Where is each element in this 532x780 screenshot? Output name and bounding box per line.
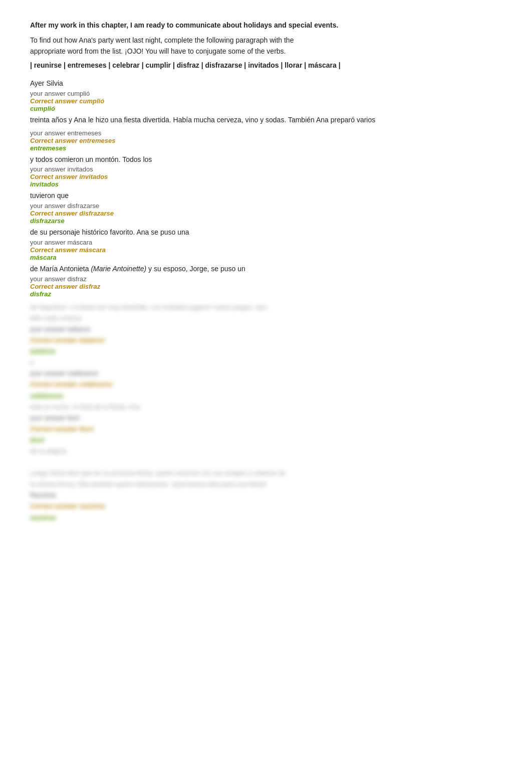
- correct-answer-2: Correct answer entremeses: [30, 137, 502, 144]
- blurred-correct-4: Correct answer lloró: [30, 424, 502, 435]
- answer-word-2: entremeses: [30, 144, 502, 152]
- blurred-your-answer-3: your answer celebraron: [30, 368, 502, 379]
- answer-block-2: your answer entremeses Correct answer en…: [30, 129, 502, 152]
- answer-word-3: invitados: [30, 180, 502, 188]
- correct-answer-6: Correct answer disfraz: [30, 283, 502, 290]
- blurred-word-5: reunirse: [30, 512, 502, 523]
- content-block: Ayer Silvia your answer cumplió Correct …: [30, 78, 502, 298]
- blurred-content: de Napoleón. La fiesta fue muy divertida…: [30, 302, 502, 523]
- correct-answer-5: Correct answer máscara: [30, 246, 502, 254]
- follow-text-1: treinta años y Ana le hizo una fiesta di…: [30, 114, 502, 126]
- answer-word-4: disfrazarse: [30, 217, 502, 225]
- blurred-correct-3: Correct answer celebraron: [30, 379, 502, 390]
- blurred-your-answer-4: your answer lloró: [30, 413, 502, 424]
- blurred-correct-5: Correct answer reunirse: [30, 501, 502, 512]
- intro-line1: To find out how Ana's party went last ni…: [30, 35, 502, 57]
- follow-text-2: y todos comieron un montón. Todos los: [30, 154, 502, 166]
- blurred-your-answer-2: your answer bailaron: [30, 324, 502, 335]
- blurred-word-3: celebraron: [30, 391, 502, 402]
- blurred-your-answer-5: Reunirse: [30, 490, 502, 501]
- page-title: After my work in this chapter, I am read…: [30, 20, 502, 31]
- answer-word-5: máscara: [30, 254, 502, 261]
- follow-text-3: tuvieron que: [30, 190, 502, 202]
- blurred-word-2: bailaron: [30, 346, 502, 357]
- your-answer-2: your answer entremeses: [30, 129, 502, 137]
- blurred-line-4: toda la noche. Al final de la fiesta, An…: [30, 402, 502, 413]
- blurred-word-4: lloró: [30, 435, 502, 446]
- answer-block-4: your answer disfrazarse Correct answer d…: [30, 202, 502, 225]
- your-answer-5: your answer máscara: [30, 239, 502, 246]
- correct-answer-3: Correct answer invitados: [30, 173, 502, 180]
- your-answer-4: your answer disfrazarse: [30, 202, 502, 210]
- answer-block-5: your answer máscara Correct answer másca…: [30, 239, 502, 261]
- blurred-follow-2: la misma forma. Ella también quiere disf…: [30, 479, 502, 490]
- your-answer-3: your answer invitados: [30, 165, 502, 173]
- follow-text-4: de su personaje histórico favorito. Ana …: [30, 227, 502, 239]
- word-list: | reunirse | entremeses | celebrar | cum…: [30, 59, 502, 72]
- correct-answer-4: Correct answer disfrazarse: [30, 210, 502, 217]
- answer-block-6: your answer disfraz Correct answer disfr…: [30, 275, 502, 298]
- your-answer-1: your answer cumplió: [30, 90, 502, 97]
- blurred-line-3: y: [30, 357, 502, 368]
- correct-answer-1: Correct answer cumplió: [30, 97, 502, 105]
- blurred-correct-2: Correct answer bailaron: [30, 335, 502, 346]
- your-answer-6: your answer disfraz: [30, 275, 502, 283]
- blurred-follow-1: Luego Silvia dice que en su próxima fies…: [30, 468, 502, 479]
- answer-word-6: disfraz: [30, 290, 502, 298]
- blurred-line-5: de la alegría.: [30, 446, 502, 457]
- blurred-line-1: de Napoleón. La fiesta fue muy divertida…: [30, 302, 502, 313]
- answer-word-1: cumplió: [30, 105, 502, 112]
- blurred-line-2: bién hubo música.: [30, 313, 502, 324]
- opening-text: Ayer Silvia: [30, 78, 502, 90]
- answer-block-1: your answer cumplió Correct answer cumpl…: [30, 90, 502, 112]
- follow-text-5: de María Antonieta (Marie Antoinette) y …: [30, 263, 502, 275]
- answer-block-3: your answer invitados Correct answer inv…: [30, 165, 502, 188]
